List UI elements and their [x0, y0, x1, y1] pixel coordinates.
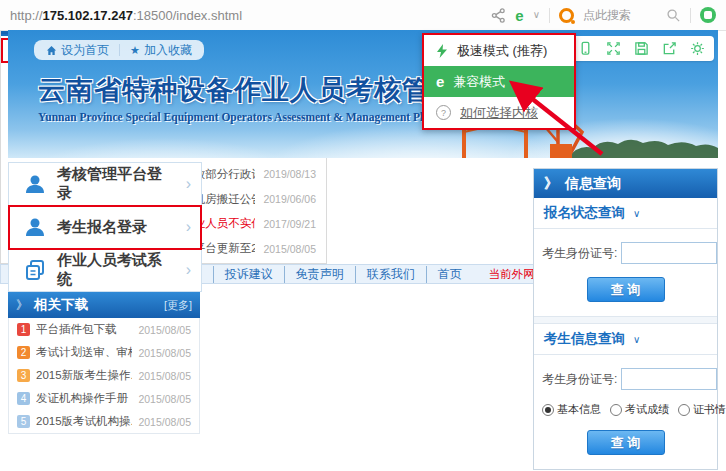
download-date: 2015/08/05 [138, 416, 191, 428]
quick-links: 设为首页 ★ 加入收藏 [34, 40, 204, 60]
radio-option[interactable]: 考试成绩 [610, 402, 669, 417]
info-type-radios: 基本信息 考试成绩 证书情况 [542, 402, 709, 417]
radio-label: 证书情况 [693, 402, 726, 417]
chevron-right-icon: › [186, 175, 191, 193]
download-date: 2015/08/05 [138, 370, 191, 382]
radio-label: 基本信息 [557, 402, 601, 417]
download-date: 2015/08/05 [138, 393, 191, 405]
settings-gear-icon[interactable] [690, 41, 705, 56]
id-number-input[interactable] [621, 368, 717, 390]
rank-badge: 4 [17, 392, 30, 405]
lightning-icon [436, 44, 448, 58]
download-item[interactable]: 1 平台插件包下载 2015/08/05 [9, 318, 199, 341]
double-arrow-icon: 》 [544, 175, 558, 193]
set-homepage-link[interactable]: 设为首页 [46, 42, 109, 59]
mode-item-label: 如何选择内核 [460, 104, 538, 122]
chevron-right-icon: › [186, 218, 191, 236]
download-item[interactable]: 5 2015版考试机构操... 2015/08/05 [9, 410, 199, 433]
mobile-qr-icon[interactable] [578, 41, 593, 56]
ie-compat-mode-icon[interactable]: e [515, 8, 523, 23]
rank-badge: 3 [17, 369, 30, 382]
mode-dropdown-chevron-icon[interactable]: ∨ [533, 10, 540, 20]
download-item[interactable]: 2 考试计划送审、审核 ... 2015/08/05 [9, 341, 199, 364]
chevron-down-icon: ∨ [633, 208, 640, 219]
double-arrow-icon: 》 [16, 297, 28, 314]
url-suffix: :18500/index.shtml [133, 8, 242, 23]
browser-mode-menu: 极速模式 (推荐) e 兼容模式 ? 如何选择内核 [422, 33, 576, 130]
footer-link[interactable]: 免责声明 [285, 266, 356, 283]
download-title: 发证机构操作手册 [36, 391, 132, 406]
mode-item-label: 极速模式 (推荐) [457, 42, 547, 60]
share-page-icon[interactable] [662, 41, 677, 56]
mode-item-help[interactable]: ? 如何选择内核 [424, 97, 574, 128]
downloads-header: 》 相关下载 [更多] [8, 292, 200, 318]
rank-badge: 2 [17, 346, 30, 359]
query-button[interactable]: 查 询 [587, 277, 665, 302]
url-host: 175.102.17.247 [43, 8, 133, 23]
search-icon[interactable] [666, 8, 681, 23]
url-prefix: http:// [10, 8, 43, 23]
mode-item-label: 兼容模式 [453, 73, 505, 91]
rank-badge: 5 [17, 415, 30, 428]
downloads-title: 相关下载 [34, 296, 88, 314]
divider [119, 44, 120, 56]
chevron-right-icon: › [186, 261, 191, 279]
sidebar-item-label: 作业人员考试系统 [57, 251, 176, 289]
add-favorite-label: 加入收藏 [144, 42, 192, 59]
documents-icon [23, 258, 47, 282]
radio-option[interactable]: 证书情况 [678, 402, 726, 417]
add-favorite-link[interactable]: ★ 加入收藏 [130, 42, 192, 59]
sidebar-item-candidate-login[interactable]: 考生报名登录 › [9, 206, 201, 249]
chevron-down-icon: ∨ [633, 334, 640, 345]
fullscreen-icon[interactable] [606, 41, 621, 56]
section-divider [534, 316, 717, 324]
query-header: 》 信息查询 [534, 169, 717, 198]
id-number-input[interactable] [621, 242, 717, 264]
download-date: 2015/08/05 [138, 347, 191, 359]
browser-toolbar: http://175.102.17.247:18500/index.shtml … [0, 0, 726, 31]
radio-icon [610, 404, 622, 416]
user-icon [23, 215, 47, 239]
radio-option[interactable]: 基本信息 [542, 402, 601, 417]
question-icon: ? [436, 105, 451, 120]
browser-extension-icon[interactable] [700, 7, 716, 23]
set-homepage-label: 设为首页 [61, 42, 109, 59]
download-item[interactable]: 4 发证机构操作手册 2015/08/05 [9, 387, 199, 410]
footer-link[interactable]: 联系我们 [356, 266, 427, 283]
toolbar-divider [690, 8, 691, 23]
download-date: 2015/08/05 [138, 324, 191, 336]
downloads-more-link[interactable]: [更多] [164, 298, 192, 313]
query-title: 信息查询 [565, 175, 621, 193]
rank-badge: 1 [17, 323, 30, 336]
notice-date: 2019/06/06 [263, 193, 316, 205]
notice-date: 2019/08/13 [263, 168, 316, 180]
ie-icon: e [436, 74, 444, 89]
save-icon[interactable] [634, 41, 649, 56]
toolbar-divider [549, 8, 550, 23]
registration-status-form: 考生身份证号: 查 询 [534, 229, 717, 316]
section-title: 考生信息查询 [544, 330, 625, 348]
address-bar[interactable]: http://175.102.17.247:18500/index.shtml [10, 8, 242, 23]
radio-icon [542, 404, 554, 416]
download-item[interactable]: 3 2015新版考生操作... 2015/08/05 [9, 364, 199, 387]
download-title: 考试计划送审、审核 ... [36, 345, 132, 360]
browser-search-input[interactable]: 点此搜索 [583, 7, 631, 24]
sidebar-item-exam-system[interactable]: 作业人员考试系统 › [9, 249, 201, 291]
sidebar-item-admin-login[interactable]: 考核管理平台登录 › [9, 163, 201, 206]
sidebar-item-label: 考生报名登录 [57, 218, 176, 237]
mode-item-compat[interactable]: e 兼容模式 [424, 66, 574, 97]
share-icon[interactable] [491, 8, 506, 23]
section-registration-status[interactable]: 报名状态查询 ∨ [534, 198, 717, 229]
section-candidate-info[interactable]: 考生信息查询 ∨ [534, 324, 717, 355]
download-title: 2015新版考生操作... [36, 368, 132, 383]
footer-link[interactable]: 首页 [427, 266, 473, 283]
footer-link[interactable]: 投诉建议 [214, 266, 285, 283]
user-icon [23, 172, 47, 196]
mode-item-speed[interactable]: 极速模式 (推荐) [424, 35, 574, 66]
query-panel: 》 信息查询 报名状态查询 ∨ 考生身份证号: 查 询 考生信息查询 ∨ 考生身… [533, 168, 718, 470]
page-tools [569, 36, 714, 61]
id-number-label: 考生身份证号: [542, 371, 617, 388]
login-entries: 考核管理平台登录 › 考生报名登录 › 作业人员考试系统 › [8, 162, 202, 292]
query-button[interactable]: 查 询 [587, 430, 665, 455]
search-engine-logo-icon[interactable] [559, 8, 574, 23]
